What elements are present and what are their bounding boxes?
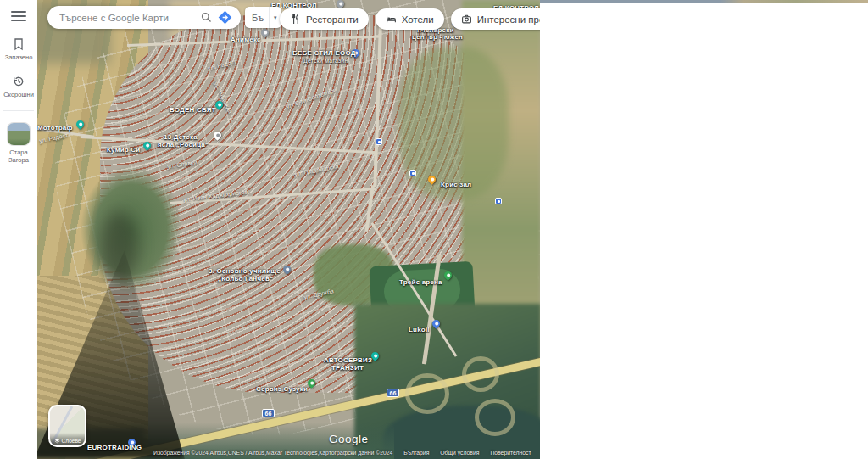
directions-icon[interactable] [215, 8, 234, 27]
map-label[interactable]: EUROTRAIDING [87, 444, 142, 451]
recent-place-name: Стара Загора [3, 148, 34, 165]
bus-stop-icon[interactable] [409, 170, 416, 176]
search-icon[interactable] [197, 8, 215, 27]
map-label[interactable]: Сервиз Сузуки [256, 385, 308, 393]
map-label[interactable]: Lukoil [409, 326, 430, 333]
map-label[interactable]: „Кольо Ганчев“ [218, 275, 273, 283]
bookmark-icon [12, 37, 25, 51]
hotel-icon [386, 14, 397, 25]
map-interchange-loop [462, 356, 499, 392]
road-shield: 66 [387, 389, 399, 397]
footer-link-country[interactable]: България [403, 450, 429, 456]
map-label[interactable]: ТРАНЗИТ [331, 364, 364, 372]
bus-stop-icon[interactable] [376, 138, 382, 145]
map-label[interactable]: Трейс арена [399, 278, 442, 286]
layers-label: Слоеве [62, 438, 81, 444]
sidebar-item-label: Запазено [5, 53, 33, 61]
layers-button[interactable]: Слоеве [48, 405, 86, 447]
camera-icon [461, 14, 472, 25]
map-label[interactable]: Крис зал [441, 181, 471, 188]
unloaded-panel [540, 3, 868, 459]
sidebar-item-label: Скорошни [3, 91, 34, 98]
map-interchange-loop [475, 399, 515, 436]
language-label: Бъ [245, 7, 270, 28]
map-label[interactable]: ВОДЕН СВЯТ [170, 106, 216, 114]
layers-icon [54, 438, 60, 444]
map-canvas[interactable]: ЕЛ.КОНТРОЛ ЕД КОНТРОЛ Анимекс БЕБЕ СТИЛ … [0, 0, 541, 459]
map-label[interactable]: център - южен [412, 33, 463, 41]
map-interchange-loop [405, 373, 449, 414]
map-label[interactable]: Кумир Си [107, 146, 140, 154]
sidebar: Запазено Скорошни Стара Загора [0, 0, 37, 459]
history-icon [12, 75, 25, 88]
road-shield: 66 [262, 409, 275, 417]
language-button[interactable]: Бъ ▾ [245, 7, 281, 28]
bus-stop-icon[interactable] [495, 198, 502, 204]
map-label[interactable]: Мототраф [37, 124, 73, 132]
recent-place-thumbnail[interactable] [8, 123, 30, 145]
map-label[interactable]: АВТОСЕРВИЗ [324, 356, 372, 364]
chip-hotels[interactable]: Хотели [376, 8, 444, 30]
map-attribution: Изображения ©2024 Airbus,CNES / Airbus,M… [153, 450, 541, 456]
map-label[interactable]: ясла „Росица“ [158, 141, 209, 148]
map-cloud-shadow [100, 210, 138, 283]
google-logo[interactable]: Google [329, 433, 369, 445]
chip-label: Хотели [402, 14, 434, 25]
footer-link-terms[interactable]: Общи условия [440, 450, 479, 456]
map-label: Детски магазин [303, 58, 348, 64]
search-box[interactable] [47, 6, 241, 29]
map-terrain [398, 47, 509, 199]
footer-link-privacy[interactable]: Поверителност [490, 450, 531, 456]
search-input[interactable] [59, 13, 197, 23]
map-label[interactable]: БЕБЕ СТИЛ ЕООД [292, 49, 356, 57]
attribution-text: Изображения ©2024 Airbus,CNES / Airbus,M… [153, 450, 392, 456]
menu-icon[interactable] [11, 11, 26, 24]
map-label[interactable]: 13 Детска [164, 133, 198, 141]
chip-restaurants[interactable]: Ресторанти [280, 8, 369, 30]
sidebar-item-saved[interactable]: Запазено [0, 37, 37, 61]
map-edge-sliver [540, 0, 868, 3]
map-label[interactable]: 3. Основно училище [209, 267, 281, 275]
sidebar-item-recent[interactable]: Скорошни [0, 75, 37, 98]
restaurant-icon [290, 14, 301, 25]
map-label[interactable]: Анимекс [231, 36, 261, 43]
chip-label: Ресторанти [306, 14, 359, 25]
divider [3, 110, 34, 111]
